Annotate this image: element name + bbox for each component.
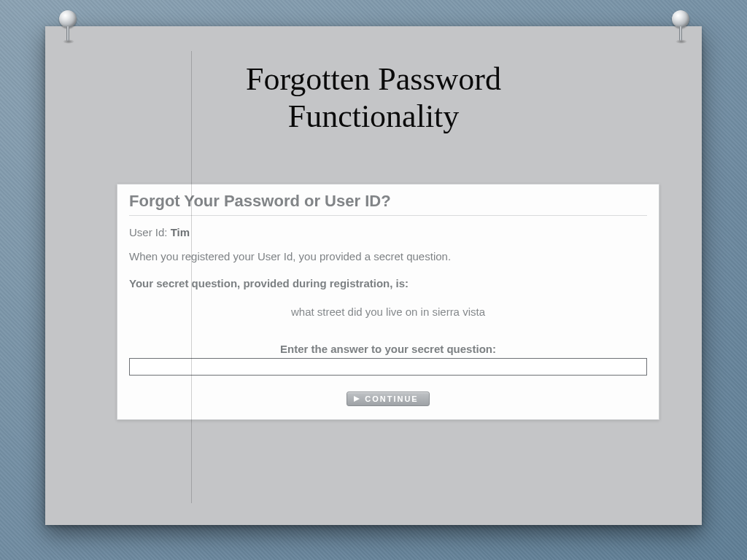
- slide-card: Forgotten Password Functionality Forgot …: [45, 26, 702, 525]
- background: Forgotten Password Functionality Forgot …: [0, 0, 747, 560]
- secret-answer-input[interactable]: [129, 358, 647, 376]
- secret-question-text: what street did you live on in sierra vi…: [129, 306, 647, 318]
- slide-title-line1: Forgotten Password: [246, 61, 501, 97]
- user-id-label: User Id:: [129, 226, 168, 238]
- slide-title: Forgotten Password Functionality: [45, 61, 702, 135]
- user-id-row: User Id: Tim: [129, 226, 647, 238]
- play-icon: [353, 395, 360, 402]
- continue-button-label: CONTINUE: [365, 394, 418, 403]
- slide-title-line2: Functionality: [288, 98, 460, 134]
- forgot-password-panel: Forgot Your Password or User ID? User Id…: [117, 184, 659, 420]
- svg-marker-0: [354, 396, 360, 402]
- button-row: CONTINUE: [129, 392, 647, 406]
- continue-button[interactable]: CONTINUE: [347, 392, 429, 406]
- secret-answer-label: Enter the answer to your secret question…: [129, 343, 647, 355]
- secret-question-heading: Your secret question, provided during re…: [129, 277, 647, 289]
- panel-heading: Forgot Your Password or User ID?: [129, 192, 647, 216]
- user-id-value: Tim: [171, 226, 190, 238]
- registration-description: When you registered your User Id, you pr…: [129, 250, 647, 262]
